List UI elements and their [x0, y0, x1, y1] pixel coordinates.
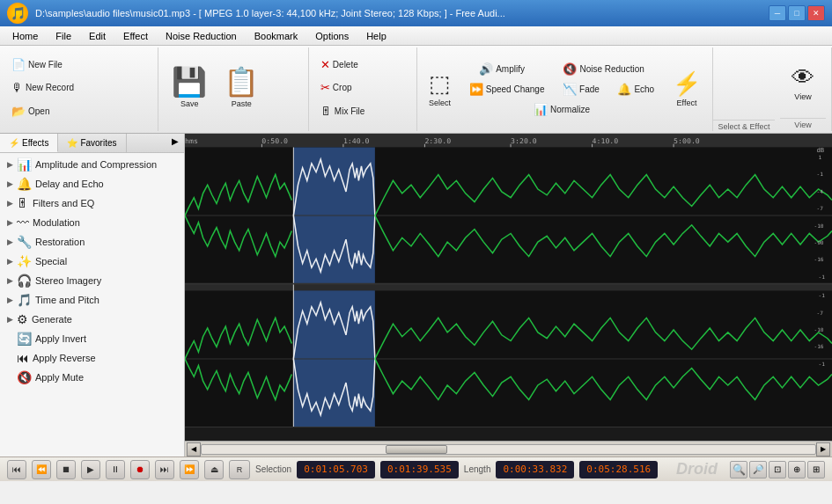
menu-bar: Home File Edit Effect Noise Reduction Bo… — [0, 26, 832, 46]
menu-options[interactable]: Options — [306, 29, 357, 43]
svg-text:-1: -1 — [817, 172, 824, 178]
sidebar-item-delay[interactable]: ▶ 🔔 Delay and Echo — [0, 174, 184, 194]
transport-stop[interactable]: ⏹ — [56, 460, 76, 479]
zoom-in-button[interactable]: 🔍 — [730, 461, 747, 478]
scroll-left-arrow[interactable]: ◀ — [187, 442, 201, 457]
zoom-fit-button[interactable]: ⊡ — [769, 461, 786, 478]
editing-group: ✕ Delete ✂ Crop 🎚 Mix File ↩ Undo — [309, 47, 417, 131]
transport-rewind[interactable]: ⏪ — [32, 460, 51, 479]
noise-reduction-button[interactable]: 🔇 Noise Reduction — [556, 60, 650, 79]
fade-icon: 📉 — [563, 83, 577, 96]
svg-text:3:20.0: 3:20.0 — [511, 137, 537, 145]
normalize-button[interactable]: 📊 Normalize — [527, 100, 596, 120]
save-button[interactable]: 💾 Save — [164, 51, 215, 125]
sidebar-item-stereo[interactable]: ▶ 🎧 Stereo Imagery — [0, 271, 184, 290]
svg-text:-10: -10 — [814, 223, 824, 229]
menu-home[interactable]: Home — [4, 29, 47, 43]
expand-arrow-generate: ▶ — [7, 315, 13, 324]
delay-icon: 🔔 — [17, 177, 32, 191]
select-button[interactable]: ⬚ Select — [421, 53, 459, 127]
minimize-button[interactable]: ─ — [769, 5, 786, 21]
svg-text:-10: -10 — [814, 326, 824, 332]
record-mode-label: R — [237, 465, 243, 474]
scroll-track[interactable] — [201, 444, 816, 455]
select-icon: ⬚ — [429, 72, 451, 95]
clipboard-group: 💾 Save 📋 Paste ✂ Cut 📑 Copy ⊞ Select All — [158, 47, 309, 131]
effects-tab[interactable]: ⚡ Effects — [0, 134, 58, 152]
transport-eject[interactable]: ⏏ — [204, 460, 224, 479]
echo-button[interactable]: 🔔 Echo — [611, 80, 660, 99]
delete-button[interactable]: ✕ Delete — [314, 55, 371, 74]
apply-reverse-icon: ⏮ — [17, 351, 29, 365]
favorites-tab[interactable]: ⭐ Favorites — [58, 134, 126, 152]
new-record-icon: 🎙 — [11, 81, 23, 94]
zoom-select-button[interactable]: ⊕ — [788, 461, 806, 478]
apply-invert-icon: 🔄 — [17, 332, 32, 346]
sidebar-item-apply-invert[interactable]: ▶ 🔄 Apply Invert — [0, 329, 184, 348]
sidebar-item-modulation[interactable]: ▶ 〰 Modulation — [0, 213, 184, 232]
transport-play[interactable]: ▶ — [81, 460, 100, 479]
mix-file-button[interactable]: 🎚 Mix File — [314, 102, 371, 121]
expand-arrow-restoration: ▶ — [7, 237, 13, 246]
amplitude-icon: 📊 — [17, 157, 32, 172]
crop-button[interactable]: ✂ Crop — [314, 78, 371, 98]
sidebar-item-apply-reverse[interactable]: ▶ ⏮ Apply Reverse — [0, 348, 184, 368]
scroll-right-arrow[interactable]: ▶ — [816, 442, 830, 457]
close-button[interactable]: ✕ — [807, 5, 825, 21]
effect-button[interactable]: ⚡ Effect — [665, 53, 709, 127]
scroll-thumb[interactable] — [386, 445, 447, 454]
paste-button[interactable]: 📋 Paste — [216, 51, 267, 125]
fade-button[interactable]: 📉 Fade — [556, 80, 606, 99]
sidebar-item-generate[interactable]: ▶ ⚙ Generate — [0, 310, 184, 329]
svg-text:4:10.0: 4:10.0 — [593, 137, 619, 145]
modulation-icon: 〰 — [17, 215, 29, 230]
speed-change-button[interactable]: ⏩ Speed Change — [463, 80, 551, 99]
zoom-full-button[interactable]: ⊞ — [807, 461, 825, 478]
svg-rect-17 — [185, 284, 832, 291]
transport-fast-fwd[interactable]: ⏩ — [180, 460, 199, 479]
transport-skip-fwd[interactable]: ⏭ — [155, 460, 174, 479]
nav-arrow-button[interactable]: ▶ — [166, 134, 184, 152]
svg-text:5:00.0: 5:00.0 — [674, 137, 700, 145]
title-text: D:\samples\audio files\music01.mp3 - [ M… — [35, 8, 769, 18]
amplify-button[interactable]: 🔊 Amplify — [473, 60, 531, 79]
open-button[interactable]: 📂 Open — [5, 102, 80, 121]
waveform-display[interactable]: hms 0:50.0 1:40.0 2:30.0 3:20.0 4:10.0 5… — [185, 134, 832, 441]
transport-skip-back[interactable]: ⏮ — [7, 460, 26, 479]
menu-noise-reduction[interactable]: Noise Reduction — [157, 29, 246, 43]
stereo-label: Stereo Imagery — [35, 275, 101, 286]
new-file-button[interactable]: 📄 New File — [5, 55, 80, 74]
special-label: Special — [35, 256, 67, 267]
menu-help[interactable]: Help — [357, 29, 395, 43]
sidebar-item-restoration[interactable]: ▶ 🔧 Restoration — [0, 232, 184, 252]
scroll-bar-area[interactable]: ◀ ▶ — [185, 441, 832, 457]
sidebar-item-special[interactable]: ▶ ✨ Special — [0, 252, 184, 271]
speed-change-icon: ⏩ — [469, 83, 483, 96]
stereo-icon: 🎧 — [17, 274, 32, 288]
new-file-icon: 📄 — [11, 58, 26, 71]
mix-file-icon: 🎚 — [320, 105, 332, 118]
transport-pause[interactable]: ⏸ — [106, 460, 125, 479]
menu-edit[interactable]: Edit — [80, 29, 114, 43]
menu-effect[interactable]: Effect — [114, 29, 157, 43]
favorites-tab-label: Favorites — [80, 138, 116, 148]
waveform-container[interactable]: hms 0:50.0 1:40.0 2:30.0 3:20.0 4:10.0 5… — [185, 134, 832, 457]
view-button[interactable]: 👁 View — [780, 49, 826, 118]
selection-start-field: 0:01:05.703 — [297, 461, 375, 478]
new-record-button[interactable]: 🎙 New Record — [5, 78, 80, 98]
menu-bookmark[interactable]: Bookmark — [246, 29, 307, 43]
sidebar-item-amplitude[interactable]: ▶ 📊 Amplitude and Compression — [0, 155, 184, 174]
zoom-out-button[interactable]: 🔎 — [749, 461, 767, 478]
menu-file[interactable]: File — [47, 29, 80, 43]
svg-text:-4: -4 — [817, 188, 824, 194]
sidebar-item-filters[interactable]: ▶ 🎚 Filters and EQ — [0, 194, 184, 213]
time-icon: 🎵 — [17, 293, 32, 307]
transport-record[interactable]: ⏺ — [130, 460, 150, 479]
svg-text:-90: -90 — [814, 239, 824, 245]
sidebar-item-time[interactable]: ▶ 🎵 Time and Pitch — [0, 290, 184, 310]
record-mode-button[interactable]: R — [229, 460, 250, 479]
sidebar-item-apply-mute[interactable]: ▶ 🔇 Apply Mute — [0, 368, 184, 387]
apply-invert-label: Apply Invert — [35, 333, 86, 344]
effect-icon: ⚡ — [673, 72, 701, 95]
maximize-button[interactable]: □ — [788, 5, 806, 21]
